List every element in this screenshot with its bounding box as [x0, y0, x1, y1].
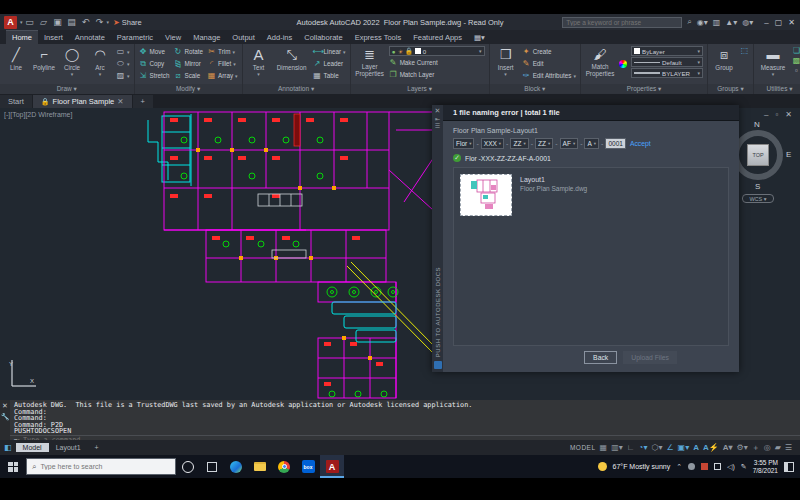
tab-annotate[interactable]: Annotate	[69, 31, 111, 44]
scale-tool[interactable]: ⧄Scale	[173, 70, 203, 81]
pen-tray-icon[interactable]: ✎	[741, 463, 747, 471]
lineweight-combo[interactable]: BYLAYER▾	[631, 68, 703, 78]
palette-properties-icon[interactable]: ☰	[435, 122, 440, 129]
leader-tool[interactable]: ↗Leader	[313, 58, 346, 69]
viewcube-east[interactable]: E	[786, 150, 791, 159]
object-snap-icon[interactable]: ▣▾	[678, 443, 690, 452]
rotate-tool[interactable]: ↻Rotate	[173, 46, 203, 57]
dimension-tool[interactable]: ⤡Dimension	[275, 46, 309, 71]
close-icon[interactable]: ✕	[788, 18, 795, 27]
annotation-scale-icon[interactable]: A▾	[723, 443, 733, 452]
object-snap-tracking-icon[interactable]: ∠	[666, 443, 673, 452]
table-tool[interactable]: ▦Table	[313, 70, 346, 81]
new-file-icon[interactable]: ▭	[24, 16, 36, 28]
doc-restore-icon[interactable]: ▫	[775, 110, 778, 119]
autodesk-apps-icon[interactable]: ▲▾	[725, 18, 737, 27]
panel-label-modify[interactable]: Modify ▾	[135, 84, 242, 94]
volume-tray-icon[interactable]: ◁)	[727, 463, 735, 471]
box-button[interactable]: box	[296, 455, 320, 478]
copy-tool[interactable]: ⧉Copy	[139, 58, 170, 69]
ribbon-display-toggle-icon[interactable]: ▦▾	[468, 31, 491, 44]
layout1-tab[interactable]: Layout1	[49, 443, 88, 452]
array-tool[interactable]: ▦Array▾	[207, 70, 238, 81]
viewcube-north[interactable]: N	[754, 120, 760, 129]
model-tab[interactable]: Model	[16, 443, 49, 452]
ungroup-icon[interactable]: ⬚	[740, 46, 749, 55]
edge-button[interactable]	[224, 455, 248, 478]
group-tool[interactable]: ⧈Group	[712, 46, 736, 71]
palette-autohide-icon[interactable]: ⇤	[435, 115, 440, 122]
layer-properties-tool[interactable]: ≣Layer Properties	[355, 46, 385, 77]
annotation-monitor-icon[interactable]: ＋	[752, 442, 760, 453]
trim-tool[interactable]: ✂Trim▾	[207, 46, 238, 57]
match-layer-tool[interactable]: ❐Match Layer	[389, 69, 485, 80]
panel-label-layers[interactable]: Layers ▾	[351, 84, 489, 94]
app-store-icon[interactable]: ▥	[713, 18, 721, 27]
cli-customize-icon[interactable]: 🔧	[1, 413, 10, 421]
tab-home[interactable]: Home	[6, 30, 38, 44]
panel-label-block[interactable]: Block ▾	[490, 84, 580, 94]
mirror-tool[interactable]: ⧎Mirror	[173, 58, 203, 69]
hatch-icon[interactable]: ▨	[116, 71, 125, 80]
tab-express-tools[interactable]: Express Tools	[349, 31, 408, 44]
snap-mode-icon[interactable]: ▥▾	[611, 443, 623, 452]
field-a[interactable]: A▾	[584, 138, 599, 149]
help-icon[interactable]: ◍▾	[742, 18, 753, 27]
measure-tool[interactable]: ▬Measure▾	[758, 46, 788, 77]
app-menu-caret-icon[interactable]: ▾	[20, 19, 23, 25]
insert-tool[interactable]: ❒Insert▾	[494, 46, 518, 77]
palette-close-icon[interactable]: ✕	[435, 107, 441, 115]
taskbar-clock[interactable]: 3:55 PM 7/8/2021	[753, 459, 778, 474]
save-icon[interactable]: ▣	[52, 16, 64, 28]
open-file-icon[interactable]: ▱	[38, 16, 50, 28]
id-point-icon[interactable]: ▫	[792, 66, 800, 75]
tab-output[interactable]: Output	[226, 31, 261, 44]
quick-select-icon[interactable]: ❏	[792, 46, 800, 55]
line-tool[interactable]: ╱Line	[4, 46, 28, 71]
viewport-controls[interactable]: [-][Top][2D Wireframe]	[4, 111, 72, 118]
display-tray-icon[interactable]	[714, 463, 721, 470]
linear-tool[interactable]: ⟷Linear▾	[313, 46, 346, 57]
action-center-icon[interactable]	[784, 462, 794, 472]
field-af[interactable]: AF▾	[560, 138, 579, 149]
tab-floor-plan-sample[interactable]: 🔒 Floor Plan Sample ✕	[33, 95, 132, 108]
start-button[interactable]	[0, 455, 26, 478]
tab-collaborate[interactable]: Collaborate	[298, 31, 348, 44]
tab-parametric[interactable]: Parametric	[111, 31, 159, 44]
search-icon[interactable]: ⌕	[687, 17, 691, 27]
tab-addins[interactable]: Add-ins	[261, 31, 298, 44]
onedrive-tray-icon[interactable]	[688, 463, 695, 470]
upload-files-button[interactable]: Upload Files	[623, 351, 677, 364]
undo-icon[interactable]: ↶	[80, 16, 92, 28]
panel-label-groups[interactable]: Groups ▾	[708, 84, 753, 94]
isolate-objects-icon[interactable]: ◎	[764, 443, 771, 452]
file-explorer-button[interactable]	[248, 455, 272, 478]
panel-label-annotation[interactable]: Annotation ▾	[243, 84, 350, 94]
viewcube-south[interactable]: S	[755, 182, 760, 191]
teams-tray-icon[interactable]	[701, 463, 708, 470]
task-view-button[interactable]	[200, 455, 224, 478]
taskbar-search-box[interactable]: ⌕	[26, 458, 176, 475]
annotation-visibility-icon[interactable]: A	[693, 443, 699, 452]
tab-view[interactable]: View	[159, 31, 187, 44]
plot-icon[interactable]: ▤	[66, 16, 78, 28]
back-button[interactable]: Back	[584, 351, 617, 364]
tab-start[interactable]: Start	[0, 95, 32, 108]
stretch-tool[interactable]: ⇲Stretch	[139, 70, 170, 81]
object-color-combo[interactable]: ByLayer▾	[631, 46, 703, 56]
new-layout-button[interactable]: +	[88, 443, 106, 452]
polar-tracking-icon[interactable]: ◔▾	[639, 443, 648, 452]
show-hidden-icons-button[interactable]: ⌃	[676, 463, 682, 471]
fillet-tool[interactable]: ◜Fillet▾	[207, 58, 238, 69]
share-button[interactable]: ➤ Share	[113, 18, 142, 27]
edit-block-tool[interactable]: ✎Edit	[522, 58, 576, 69]
field-prefix[interactable]: Flor▾	[453, 138, 474, 149]
restore-icon[interactable]: ▢	[775, 18, 783, 27]
doc-close-icon[interactable]: ✕	[785, 110, 792, 119]
weather-text[interactable]: 67°F Mostly sunny	[613, 463, 671, 470]
isodraft-icon[interactable]: ⬡▾	[651, 443, 662, 452]
tab-manage[interactable]: Manage	[187, 31, 226, 44]
new-tab-button[interactable]: +	[133, 95, 153, 108]
sign-in-icon[interactable]: ◉▾	[697, 18, 708, 27]
wcs-dropdown[interactable]: WCS ▾	[742, 194, 774, 203]
